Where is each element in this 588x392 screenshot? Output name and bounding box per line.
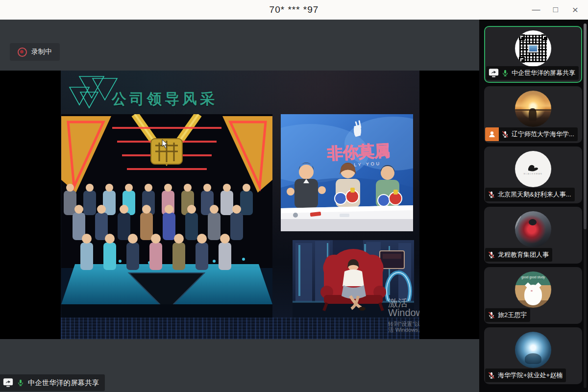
participant-tile[interactable]: 龙程教育集团人事 — [484, 207, 582, 264]
participant-tile-sharer[interactable]: 中企世华洋的屏幕共享 — [484, 26, 582, 83]
participant-name: 龙程教育集团人事 — [498, 250, 549, 259]
participants-sidebar: 中企世华洋的屏幕共享 辽宁师范大学海华学... — [479, 20, 588, 392]
participant-label: 龙程教育集团人事 — [485, 248, 552, 262]
participant-label: 海华学院+就业处+赵楠 — [485, 368, 566, 382]
title-bar: 70* *** *97 — □ × — [0, 0, 588, 20]
participant-label: 中企世华洋的屏幕共享 — [486, 66, 579, 80]
judges-panel-photo: 非你莫属 ONLY YOU — [281, 114, 413, 231]
participant-tile[interactable]: 海华学院+就业处+赵楠 — [484, 327, 582, 384]
slide-city-texture — [61, 318, 419, 339]
svg-text:非你莫属: 非你莫属 — [326, 142, 391, 163]
mic-muted-icon — [488, 251, 495, 259]
meeting-main-area: 公司领导风采 — [0, 20, 479, 392]
watermark-line2: 转到“设置”以激活 Windows。 — [388, 321, 419, 333]
record-icon — [18, 48, 27, 57]
mic-muted-icon — [488, 371, 495, 379]
white-cat-avatar: good good study — [515, 271, 551, 308]
avatar-board-text: good good study — [515, 275, 551, 279]
participant-name: 旅2王思宇 — [498, 311, 527, 319]
participant-tile[interactable]: BLACKSWAN 北京黑天鹅&好利来人事... — [484, 147, 582, 203]
person-photo-avatar — [515, 332, 551, 368]
share-banner-label: 中企世华洋的屏幕共享 — [28, 378, 99, 388]
person-badge-icon — [485, 127, 499, 141]
participant-label: 北京黑天鹅&好利来人事... — [485, 188, 575, 201]
participant-name: 中企世华洋的屏幕共享 — [512, 69, 575, 77]
mic-on-icon — [17, 379, 24, 387]
mouse-cursor — [162, 139, 169, 149]
mic-muted-icon — [501, 130, 509, 138]
scrollbar-thumb[interactable] — [584, 24, 587, 229]
participant-name: 海华学院+就业处+赵楠 — [498, 371, 563, 380]
avatar-brand-text: BLACKSWAN — [515, 172, 551, 175]
window-controls: — □ × — [526, 0, 585, 20]
watermark-line1: 激活 Windows — [388, 298, 419, 318]
black-swan-logo-avatar: BLACKSWAN — [515, 151, 551, 187]
mic-muted-icon — [488, 191, 495, 198]
participant-label: 旅2王思宇 — [485, 308, 530, 322]
motorcycle-avatar — [515, 211, 551, 247]
participant-tile[interactable]: good good study 旅2王思宇 — [484, 267, 582, 324]
sidebar-scrollbar[interactable] — [584, 24, 587, 388]
presentation-slide: 公司领导风采 — [61, 71, 419, 339]
windows-activation-watermark: 激活 Windows 转到“设置”以激活 Windows。 — [388, 298, 419, 333]
swan-icon — [527, 163, 539, 172]
sunset-avatar — [515, 91, 551, 127]
screen-share-banner: 中企世华洋的屏幕共享 — [0, 374, 105, 391]
recording-indicator[interactable]: 录制中 — [10, 43, 60, 61]
recording-label: 录制中 — [31, 48, 52, 56]
close-button[interactable]: × — [565, 0, 585, 20]
minimize-button[interactable]: — — [526, 0, 546, 20]
shared-screen-view: 公司领导风采 — [0, 71, 479, 339]
participant-name: 北京黑天鹅&好利来人事... — [498, 190, 571, 199]
mic-muted-icon — [488, 311, 495, 319]
qr-code-avatar — [515, 30, 551, 67]
screen-share-icon — [489, 68, 499, 78]
window-title: 70* *** *97 — [270, 4, 319, 15]
slide-title: 公司领导风采 — [112, 89, 218, 109]
mic-on-icon — [501, 69, 509, 77]
participant-tile[interactable]: 辽宁师范大学海华学... — [484, 86, 582, 143]
participant-name: 辽宁师范大学海华学... — [512, 130, 574, 139]
maximize-button[interactable]: □ — [546, 0, 565, 20]
participant-label: 辽宁师范大学海华学... — [499, 127, 578, 141]
screen-share-icon — [3, 378, 13, 388]
